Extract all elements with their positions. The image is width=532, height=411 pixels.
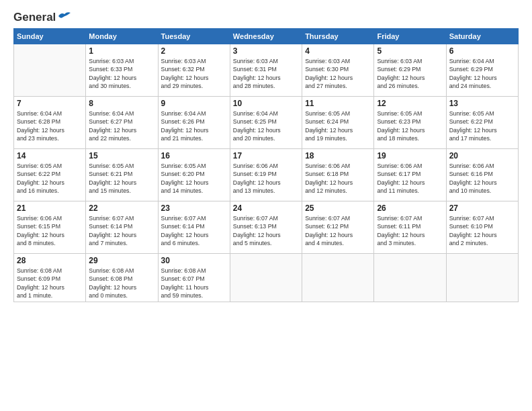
weekday-header-saturday: Saturday	[446, 29, 518, 44]
calendar-cell: 12Sunrise: 6:05 AM Sunset: 6:23 PM Dayli…	[374, 97, 446, 149]
day-number: 27	[449, 203, 515, 213]
day-info: Sunrise: 6:04 AM Sunset: 6:27 PM Dayligh…	[89, 109, 154, 142]
logo-bird-icon	[57, 11, 72, 21]
day-info: Sunrise: 6:05 AM Sunset: 6:23 PM Dayligh…	[377, 109, 443, 142]
day-number: 23	[161, 203, 227, 213]
day-info: Sunrise: 6:04 AM Sunset: 6:28 PM Dayligh…	[17, 109, 83, 142]
day-info: Sunrise: 6:03 AM Sunset: 6:29 PM Dayligh…	[377, 57, 443, 90]
calendar-cell: 7Sunrise: 6:04 AM Sunset: 6:28 PM Daylig…	[14, 97, 86, 149]
calendar-cell: 1Sunrise: 6:03 AM Sunset: 6:33 PM Daylig…	[86, 44, 158, 97]
day-info: Sunrise: 6:08 AM Sunset: 6:08 PM Dayligh…	[89, 267, 154, 300]
logo-text-general: General	[13, 11, 56, 24]
day-info: Sunrise: 6:07 AM Sunset: 6:10 PM Dayligh…	[449, 214, 515, 247]
day-number: 1	[89, 46, 154, 56]
week-row-1: 1Sunrise: 6:03 AM Sunset: 6:33 PM Daylig…	[14, 44, 519, 97]
day-number: 15	[89, 151, 154, 161]
calendar-cell: 30Sunrise: 6:08 AM Sunset: 6:07 PM Dayli…	[158, 254, 230, 302]
day-number: 12	[377, 99, 443, 108]
day-number: 20	[449, 151, 515, 161]
weekday-header-friday: Friday	[374, 29, 446, 44]
calendar-cell	[14, 44, 86, 97]
day-info: Sunrise: 6:08 AM Sunset: 6:09 PM Dayligh…	[17, 267, 83, 300]
day-info: Sunrise: 6:06 AM Sunset: 6:15 PM Dayligh…	[17, 214, 83, 247]
day-number: 13	[449, 99, 515, 108]
week-row-3: 14Sunrise: 6:05 AM Sunset: 6:22 PM Dayli…	[14, 149, 519, 201]
weekday-header-tuesday: Tuesday	[158, 29, 230, 44]
day-number: 8	[89, 99, 154, 108]
header: General	[13, 11, 519, 21]
week-row-2: 7Sunrise: 6:04 AM Sunset: 6:28 PM Daylig…	[14, 97, 519, 149]
calendar-cell	[446, 254, 518, 302]
calendar-cell: 11Sunrise: 6:05 AM Sunset: 6:24 PM Dayli…	[302, 97, 374, 149]
day-number: 6	[449, 46, 515, 56]
day-number: 21	[17, 203, 83, 213]
calendar-cell: 8Sunrise: 6:04 AM Sunset: 6:27 PM Daylig…	[86, 97, 158, 149]
calendar-cell: 5Sunrise: 6:03 AM Sunset: 6:29 PM Daylig…	[374, 44, 446, 97]
day-number: 2	[161, 46, 227, 56]
day-info: Sunrise: 6:04 AM Sunset: 6:29 PM Dayligh…	[449, 57, 515, 90]
day-info: Sunrise: 6:05 AM Sunset: 6:24 PM Dayligh…	[305, 109, 371, 142]
calendar-cell: 10Sunrise: 6:04 AM Sunset: 6:25 PM Dayli…	[230, 97, 302, 149]
calendar-cell: 14Sunrise: 6:05 AM Sunset: 6:22 PM Dayli…	[14, 149, 86, 201]
day-info: Sunrise: 6:07 AM Sunset: 6:14 PM Dayligh…	[89, 214, 154, 247]
calendar-cell: 17Sunrise: 6:06 AM Sunset: 6:19 PM Dayli…	[230, 149, 302, 201]
day-number: 9	[161, 99, 227, 108]
day-number: 10	[233, 99, 299, 108]
page: General SundayMondayTuesdayWednesdayThur…	[0, 0, 532, 411]
day-info: Sunrise: 6:05 AM Sunset: 6:22 PM Dayligh…	[17, 162, 83, 195]
day-number: 29	[89, 256, 154, 265]
calendar-cell: 13Sunrise: 6:05 AM Sunset: 6:22 PM Dayli…	[446, 97, 518, 149]
calendar-cell: 15Sunrise: 6:05 AM Sunset: 6:21 PM Dayli…	[86, 149, 158, 201]
logo: General	[13, 11, 72, 21]
day-number: 22	[89, 203, 154, 213]
calendar-cell	[374, 254, 446, 302]
calendar-cell: 20Sunrise: 6:06 AM Sunset: 6:16 PM Dayli…	[446, 149, 518, 201]
day-info: Sunrise: 6:06 AM Sunset: 6:17 PM Dayligh…	[377, 162, 443, 195]
day-info: Sunrise: 6:07 AM Sunset: 6:12 PM Dayligh…	[305, 214, 371, 247]
day-number: 26	[377, 203, 443, 213]
week-row-5: 28Sunrise: 6:08 AM Sunset: 6:09 PM Dayli…	[14, 254, 519, 302]
calendar-cell: 22Sunrise: 6:07 AM Sunset: 6:14 PM Dayli…	[86, 201, 158, 254]
calendar-cell: 21Sunrise: 6:06 AM Sunset: 6:15 PM Dayli…	[14, 201, 86, 254]
weekday-header-row: SundayMondayTuesdayWednesdayThursdayFrid…	[14, 29, 519, 44]
calendar-cell: 2Sunrise: 6:03 AM Sunset: 6:32 PM Daylig…	[158, 44, 230, 97]
weekday-header-wednesday: Wednesday	[230, 29, 302, 44]
day-info: Sunrise: 6:08 AM Sunset: 6:07 PM Dayligh…	[161, 267, 227, 300]
day-number: 7	[17, 99, 83, 108]
calendar-cell: 4Sunrise: 6:03 AM Sunset: 6:30 PM Daylig…	[302, 44, 374, 97]
day-info: Sunrise: 6:05 AM Sunset: 6:22 PM Dayligh…	[449, 109, 515, 142]
week-row-4: 21Sunrise: 6:06 AM Sunset: 6:15 PM Dayli…	[14, 201, 519, 254]
day-info: Sunrise: 6:06 AM Sunset: 6:18 PM Dayligh…	[305, 162, 371, 195]
day-number: 19	[377, 151, 443, 161]
day-number: 5	[377, 46, 443, 56]
calendar-cell	[230, 254, 302, 302]
day-info: Sunrise: 6:03 AM Sunset: 6:30 PM Dayligh…	[305, 57, 371, 90]
calendar-cell: 6Sunrise: 6:04 AM Sunset: 6:29 PM Daylig…	[446, 44, 518, 97]
day-number: 16	[161, 151, 227, 161]
weekday-header-monday: Monday	[86, 29, 158, 44]
day-number: 30	[161, 256, 227, 265]
day-number: 11	[305, 99, 371, 108]
calendar-cell: 29Sunrise: 6:08 AM Sunset: 6:08 PM Dayli…	[86, 254, 158, 302]
day-number: 4	[305, 46, 371, 56]
day-info: Sunrise: 6:06 AM Sunset: 6:19 PM Dayligh…	[233, 162, 299, 195]
calendar-cell: 28Sunrise: 6:08 AM Sunset: 6:09 PM Dayli…	[14, 254, 86, 302]
calendar-cell: 23Sunrise: 6:07 AM Sunset: 6:14 PM Dayli…	[158, 201, 230, 254]
calendar-cell: 3Sunrise: 6:03 AM Sunset: 6:31 PM Daylig…	[230, 44, 302, 97]
day-info: Sunrise: 6:03 AM Sunset: 6:31 PM Dayligh…	[233, 57, 299, 90]
calendar-cell: 26Sunrise: 6:07 AM Sunset: 6:11 PM Dayli…	[374, 201, 446, 254]
day-number: 28	[17, 256, 83, 265]
weekday-header-thursday: Thursday	[302, 29, 374, 44]
calendar-cell: 19Sunrise: 6:06 AM Sunset: 6:17 PM Dayli…	[374, 149, 446, 201]
calendar-cell	[302, 254, 374, 302]
day-number: 3	[233, 46, 299, 56]
calendar-cell: 24Sunrise: 6:07 AM Sunset: 6:13 PM Dayli…	[230, 201, 302, 254]
day-info: Sunrise: 6:03 AM Sunset: 6:32 PM Dayligh…	[161, 57, 227, 90]
day-info: Sunrise: 6:07 AM Sunset: 6:13 PM Dayligh…	[233, 214, 299, 247]
day-info: Sunrise: 6:07 AM Sunset: 6:14 PM Dayligh…	[161, 214, 227, 247]
day-number: 24	[233, 203, 299, 213]
day-info: Sunrise: 6:04 AM Sunset: 6:25 PM Dayligh…	[233, 109, 299, 142]
day-info: Sunrise: 6:06 AM Sunset: 6:16 PM Dayligh…	[449, 162, 515, 195]
calendar-cell: 16Sunrise: 6:05 AM Sunset: 6:20 PM Dayli…	[158, 149, 230, 201]
day-number: 25	[305, 203, 371, 213]
